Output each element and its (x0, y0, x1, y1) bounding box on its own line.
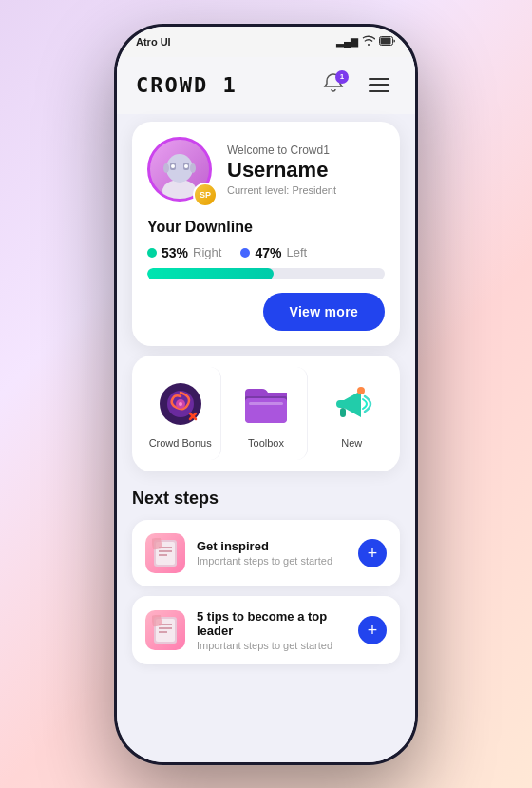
next-steps-section: Next steps Get inspi (117, 481, 415, 689)
step-title-get-inspired: Get inspired (197, 539, 347, 553)
svg-rect-19 (340, 408, 346, 417)
level-text: Current level: President (227, 184, 385, 196)
next-steps-title: Next steps (132, 489, 400, 509)
status-icons: ▂▄▆ (336, 35, 396, 48)
svg-point-9 (190, 163, 196, 173)
step-icon-get-inspired (145, 533, 185, 573)
app-logo: CROWD 1 (136, 73, 238, 97)
avatar-badge: SP (193, 183, 218, 207)
right-pct: 53% (162, 245, 188, 260)
notification-button[interactable]: 1 (316, 68, 351, 103)
stat-left: 47% Left (240, 245, 307, 260)
view-more-button[interactable]: View more (263, 293, 385, 331)
svg-rect-32 (152, 615, 162, 627)
menu-line-1 (369, 78, 390, 81)
menu-button[interactable] (362, 68, 396, 103)
dot-left (240, 248, 250, 258)
step-add-button-top-leader[interactable]: + (358, 616, 387, 644)
new-icon-wrap (326, 378, 377, 430)
feature-cards: Crowd Bonus (132, 356, 400, 471)
notification-badge: 1 (335, 70, 349, 84)
avatar-container: SP (147, 137, 214, 203)
feature-card-toolbox[interactable]: Toolbox (225, 367, 307, 460)
step-subtitle-top-leader: Important steps to get started (197, 640, 347, 651)
username: Username (227, 159, 385, 182)
svg-point-8 (163, 163, 169, 173)
svg-rect-17 (245, 398, 287, 423)
status-bar: Atro UI ▂▄▆ (117, 27, 415, 57)
welcome-card: SP Welcome to Crowd1 Username Current le… (132, 122, 400, 346)
signal-icon: ▂▄▆ (336, 36, 358, 47)
svg-rect-26 (152, 538, 162, 550)
svg-rect-18 (249, 402, 283, 405)
step-text-get-inspired: Get inspired Important steps to get star… (197, 539, 347, 567)
progress-bar-bg (147, 268, 385, 279)
downline-title: Your Downline (147, 219, 385, 236)
downline-section: Your Downline 53% Right 47% Left (147, 219, 385, 331)
welcome-label: Welcome to Crowd1 (227, 144, 385, 157)
svg-rect-1 (380, 37, 390, 44)
toolbox-label: Toolbox (248, 437, 284, 449)
dot-right (147, 248, 157, 258)
battery-icon (379, 36, 396, 48)
stat-right: 53% Right (147, 245, 221, 260)
step-subtitle-get-inspired: Important steps to get started (197, 555, 347, 567)
step-card-top-leader[interactable]: 5 tips to become a top leader Important … (132, 596, 400, 664)
downline-stats: 53% Right 47% Left (147, 245, 385, 260)
progress-bar-fill (147, 268, 274, 279)
menu-line-3 (369, 90, 390, 93)
app-header: CROWD 1 1 (117, 57, 415, 114)
crowd-bonus-label: Crowd Bonus (149, 437, 212, 449)
svg-point-7 (184, 164, 188, 168)
step-icon-top-leader (145, 610, 185, 650)
crowd-bonus-icon-wrap (155, 378, 206, 430)
step-add-button-get-inspired[interactable]: + (358, 539, 387, 567)
user-text: Welcome to Crowd1 Username Current level… (227, 144, 385, 195)
svg-point-6 (171, 164, 175, 168)
header-actions: 1 (316, 68, 396, 103)
step-title-top-leader: 5 tips to become a top leader (197, 609, 347, 638)
menu-line-2 (369, 84, 390, 86)
svg-point-13 (179, 402, 182, 406)
wifi-icon (362, 35, 375, 48)
svg-point-20 (357, 387, 365, 394)
left-label: Left (286, 245, 307, 259)
feature-card-crowd-bonus[interactable]: Crowd Bonus (140, 367, 221, 460)
new-label: New (341, 437, 362, 449)
toolbox-icon-wrap (240, 378, 292, 430)
user-info-row: SP Welcome to Crowd1 Username Current le… (147, 137, 385, 203)
carrier-label: Atro UI (136, 36, 171, 48)
left-pct: 47% (255, 245, 281, 260)
right-label: Right (193, 245, 221, 259)
step-card-get-inspired[interactable]: Get inspired Important steps to get star… (132, 520, 400, 586)
step-text-top-leader: 5 tips to become a top leader Important … (197, 609, 347, 651)
screen-content: CROWD 1 1 (117, 57, 415, 762)
feature-card-new[interactable]: New (312, 367, 392, 460)
phone-screen: Atro UI ▂▄▆ (117, 27, 415, 762)
phone-frame: Atro UI ▂▄▆ (114, 24, 418, 765)
